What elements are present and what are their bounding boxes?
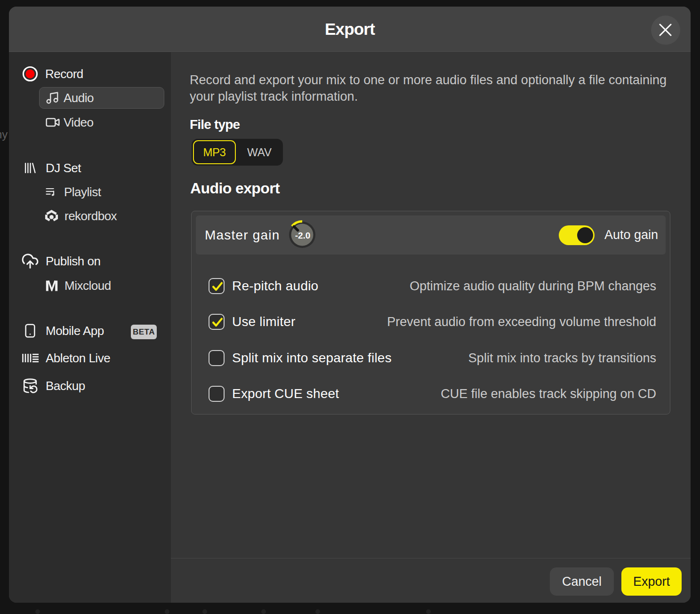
svg-text:-2.0: -2.0 — [295, 231, 311, 240]
